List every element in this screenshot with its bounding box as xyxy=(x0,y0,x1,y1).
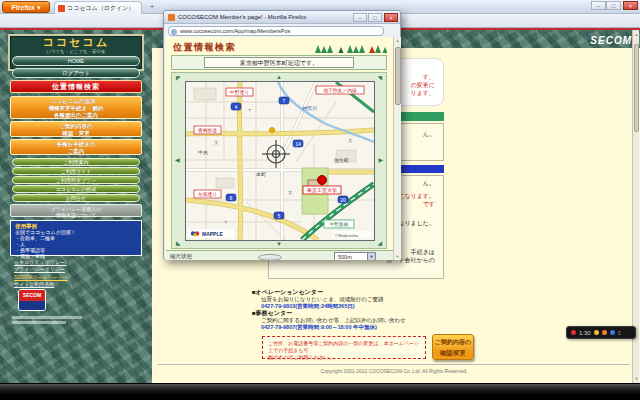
map-panel: ◤ ▲ ◥ ◀ ▶ ◣ ▼ ◢ xyxy=(171,72,387,249)
map-svg: 東京工芸大学 4 7 14 8 5 xyxy=(186,82,374,240)
popup-maximize-button[interactable]: □ xyxy=(368,13,382,22)
map-scale-bar: 縮尺状態 500m ▼ xyxy=(166,250,393,260)
popup-titlebar[interactable]: COCOSECOM Member's page! - Mozilla Firef… xyxy=(164,11,400,24)
chevron-down-icon: ▼ xyxy=(367,253,375,260)
sidebar-item-guide-2[interactable]: ご利用料金プラン xyxy=(12,176,140,184)
contract-change-button[interactable]: ご契約内容の 確認/変更 xyxy=(432,334,474,360)
popup-scrollbar[interactable]: ▲ ▼ xyxy=(393,37,401,260)
office-center-title: ■事務センター xyxy=(252,310,582,317)
svg-text:20: 20 xyxy=(340,197,346,203)
scale-label: 縮尺状態 xyxy=(170,251,192,260)
scroll-down-icon[interactable]: ▼ xyxy=(633,376,640,381)
svg-text:地下鉄丸ノ内線: 地下鉄丸ノ内線 xyxy=(322,88,357,93)
svg-text:〒: 〒 xyxy=(248,108,253,113)
popup-close-button[interactable]: × xyxy=(384,13,398,22)
sidebar-item-guide-0[interactable]: ご利用案内 xyxy=(12,158,140,166)
svg-text:神田川: 神田川 xyxy=(302,105,317,111)
scroll-up-icon[interactable]: ▲ xyxy=(633,32,640,37)
badge-caption-bar xyxy=(12,316,82,319)
sidebar-item-locate[interactable]: 位置情報検索 xyxy=(10,80,142,93)
site-terms-link[interactable]: サイトご利用条件 xyxy=(14,281,54,287)
svg-text:文: 文 xyxy=(288,190,293,195)
pan-southeast-icon[interactable]: ◢ xyxy=(377,240,382,246)
firefox-menu-button[interactable]: Firefox ▾ xyxy=(2,1,50,13)
svg-text:方南通り: 方南通り xyxy=(198,191,217,198)
security-policy-link[interactable]: セキュリティポリシー/ xyxy=(14,259,66,265)
sidebar-item-privacy[interactable]: プライバシー等個人の 情報保護について xyxy=(10,204,142,217)
scale-dropdown[interactable]: 500m ▼ xyxy=(334,252,376,260)
popup-url-text: www.cocosecom.com/App/map/MembersPos xyxy=(180,28,290,34)
new-tab-button[interactable]: + xyxy=(146,2,158,13)
svg-text:中野通り: 中野通り xyxy=(230,89,249,95)
footer-divider xyxy=(158,364,630,365)
window-minimize-button[interactable]: – xyxy=(591,1,606,10)
timer-text: 1:30 xyxy=(579,330,591,336)
svg-text:5: 5 xyxy=(278,213,281,219)
svg-text:MAPPLE: MAPPLE xyxy=(202,231,224,237)
svg-text:中野新橋: 中野新橋 xyxy=(329,221,348,227)
sidebar-item-guide-4[interactable]: お問合せ xyxy=(12,194,140,202)
yellow-tool-icon[interactable] xyxy=(594,330,599,335)
scrollbar-thumb[interactable] xyxy=(634,44,639,132)
capture-mini-toolbar[interactable]: 1:30 ≡ xyxy=(566,326,636,339)
svg-text:7: 7 xyxy=(283,98,286,104)
pan-northwest-icon[interactable]: ◤ xyxy=(176,75,181,81)
blue-tool-icon[interactable] xyxy=(610,330,615,335)
scale-button[interactable] xyxy=(258,254,282,261)
sidebar-item-logout[interactable]: ログアウト xyxy=(12,68,140,78)
operation-center-desc: 位置をお知りになりたいとき、現場急行のご要請 xyxy=(252,296,582,303)
sidebar-item-home[interactable]: HOME xyxy=(12,56,140,66)
secom-logo: SECOM xyxy=(590,35,632,46)
operation-center-phone: 0427-79-9803(営業時間:24時間365日) xyxy=(252,303,582,310)
privacy-policy-link[interactable]: プライバシーポリシー xyxy=(14,266,65,272)
popup-minimize-button[interactable]: – xyxy=(353,13,367,22)
sidebar-item-guide-1[interactable]: ご利用ガイド xyxy=(12,167,140,175)
pan-southwest-icon[interactable]: ◣ xyxy=(176,240,181,246)
pan-north-icon[interactable]: ▲ xyxy=(276,74,282,80)
window-maximize-button[interactable]: □ xyxy=(606,1,621,10)
map-popup-window[interactable]: COCOSECOM Member's page! - Mozilla Firef… xyxy=(163,10,401,260)
change-notice-box: ご住所、お電話番号等ご契約内容の一部の変更は、本ホームページ上での手続きも可 能… xyxy=(262,336,426,359)
sidebar: ココセコム いつでも・どこでも・安心を Member's Page HOME ロ… xyxy=(0,30,152,383)
globe-icon xyxy=(171,29,177,35)
secom-home-link[interactable]: SECOMホームページへ xyxy=(14,274,68,280)
map-image[interactable]: 東京工芸大学 4 7 14 8 5 xyxy=(185,81,375,241)
tab-favicon xyxy=(58,5,65,12)
taskbar: Google Windows Live Me... Mozilla Firefo… xyxy=(0,383,640,400)
browser-tab[interactable]: ココセコム（ログイン） xyxy=(54,1,142,14)
popup-heading: 位置情報検索 xyxy=(173,41,236,54)
svg-text:文: 文 xyxy=(214,140,219,145)
tab-title: ココセコム（ログイン） xyxy=(67,5,134,11)
location-message: 東京都中野区本町近辺です。 xyxy=(204,57,354,68)
pan-east-icon[interactable]: ▶ xyxy=(378,157,383,163)
menu-icon[interactable]: ≡ xyxy=(618,330,622,336)
logo-title: ココセコム xyxy=(10,36,142,49)
scrollbar-thumb[interactable] xyxy=(395,47,401,105)
position-marker-icon xyxy=(318,176,327,185)
case-examples-box: 使用事例 全国でココセコムが活躍！ ・自動車、二輪車 ・人 ・携帯電話等 ・荷物… xyxy=(10,220,142,256)
popup-content: 位置情報検索 東京都中野区本町近辺です。 ◤ ▲ ◥ xyxy=(165,37,393,260)
secom-badge: SECOM xyxy=(18,289,46,311)
marker-label: 東京工芸大学 xyxy=(307,187,337,193)
sidebar-item-procedures[interactable]: 各種お手続きの ご案内 xyxy=(10,139,142,155)
copyright-text: Copyright 2001-2012 COCOSECOM Co.,Ltd. A… xyxy=(158,368,630,374)
orange-tool-icon[interactable] xyxy=(602,330,607,335)
scroll-down-icon[interactable]: ▼ xyxy=(394,254,401,259)
map-copyright: ©Shobunsha xyxy=(332,231,372,238)
record-icon[interactable] xyxy=(571,330,576,335)
popup-url-field[interactable]: www.cocosecom.com/App/map/MembersPos xyxy=(168,26,384,36)
sidebar-item-add-change[interactable]: ココセコムの追加・ 機種変更手続き・解約 各種届出のご案内 xyxy=(10,96,142,119)
window-close-button[interactable]: × xyxy=(623,1,638,10)
location-message-panel: 東京都中野区本町近辺です。 xyxy=(171,55,387,70)
sidebar-item-guide-3[interactable]: ココセコムの構成 xyxy=(12,185,140,193)
svg-text:本町: 本町 xyxy=(256,171,266,177)
svg-text:弥生町: 弥生町 xyxy=(334,157,349,163)
svg-text:中央: 中央 xyxy=(198,149,208,155)
sidebar-item-contract[interactable]: ご契約内容の 確認・変更 xyxy=(10,121,142,137)
pan-northeast-icon[interactable]: ◥ xyxy=(377,75,382,81)
scroll-up-icon[interactable]: ▲ xyxy=(394,38,401,43)
contact-section: ■オペレーションセンター 位置をお知りになりたいとき、現場急行のご要請 0427… xyxy=(252,289,582,331)
svg-text:©Shobunsha: ©Shobunsha xyxy=(335,233,359,238)
svg-text:4: 4 xyxy=(235,104,238,110)
pan-west-icon[interactable]: ◀ xyxy=(175,157,180,163)
